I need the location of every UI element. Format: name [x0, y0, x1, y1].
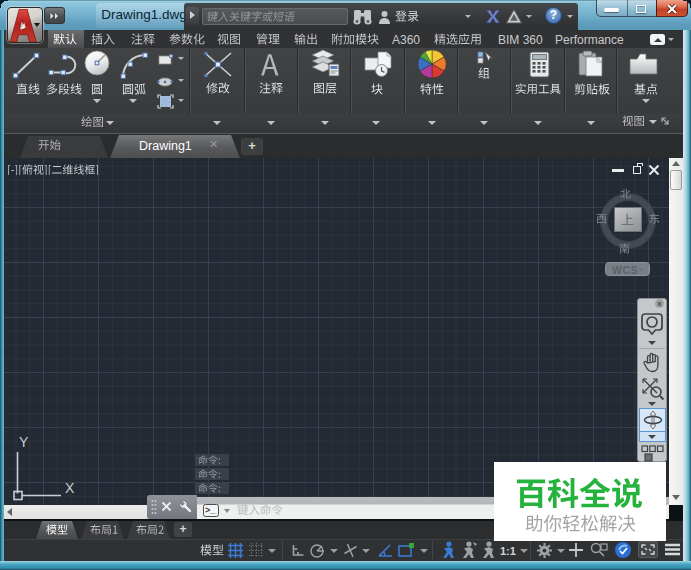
svg-text:X: X [65, 480, 75, 496]
svg-text:Y: Y [19, 434, 29, 450]
